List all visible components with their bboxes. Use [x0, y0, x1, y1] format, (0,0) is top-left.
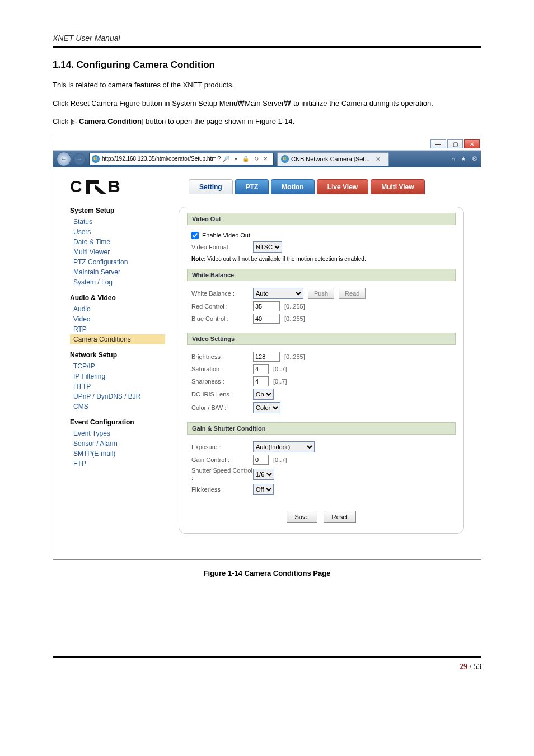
sep1: ₩: [237, 99, 245, 108]
sidebar-item-datetime[interactable]: Date & Time: [70, 237, 165, 247]
gain-control-input[interactable]: [253, 455, 269, 465]
tab-setting[interactable]: Setting: [189, 179, 233, 194]
sidebar-item-camera-conditions[interactable]: Camera Conditions: [70, 334, 165, 344]
red-control-input[interactable]: [253, 301, 280, 311]
red-control-label: Red Control :: [191, 303, 253, 310]
exposure-label: Exposure :: [191, 444, 253, 450]
sidebar-group-system: System Setup: [70, 207, 165, 214]
wb-push-button: Push: [308, 288, 334, 299]
back-button[interactable]: ←: [57, 152, 71, 166]
page-total: 53: [474, 662, 481, 671]
tab-live-view[interactable]: Live View: [317, 179, 368, 194]
browser-tab-active[interactable]: CNB Network Camera [Set... ✕: [277, 152, 389, 166]
save-button[interactable]: Save: [287, 511, 317, 523]
color-bw-select[interactable]: Color: [253, 402, 280, 413]
row-exposure: Exposure : Auto(Indoor): [191, 441, 451, 452]
sidebar-item-http[interactable]: HTTP: [70, 381, 165, 391]
sidebar-item-ftp[interactable]: FTP: [70, 459, 165, 469]
section-title: 1.14. Configuring Camera Condition: [53, 59, 481, 71]
sidebar-item-multiviewer[interactable]: Multi Viewer: [70, 247, 165, 257]
row-shutter-speed: Shutter Speed Control : 1/6: [191, 467, 451, 482]
brightness-input[interactable]: [253, 352, 280, 362]
window-maximize-button[interactable]: ▢: [447, 139, 463, 148]
address-controls[interactable]: 🔎 ▾ 🔒 ↻ ✕: [223, 156, 269, 162]
page-sep: /: [467, 662, 474, 671]
sidebar-item-maintain[interactable]: Maintain Server: [70, 267, 165, 277]
sidebar-group-network: Network Setup: [70, 351, 165, 359]
tab-favicon-icon: [281, 155, 289, 163]
sidebar-item-tcpip[interactable]: TCP/IP: [70, 361, 165, 371]
shutter-speed-select[interactable]: 1/6: [253, 469, 274, 480]
row-color-bw: Color / B/W : Color: [191, 402, 451, 413]
svg-text:C: C: [70, 178, 82, 195]
dciris-select[interactable]: On: [253, 389, 274, 400]
para-reset: Click Reset Camera Figure button in Syst…: [53, 96, 481, 112]
blue-control-input[interactable]: [253, 314, 280, 324]
saturation-range: [0..7]: [273, 366, 287, 372]
sidebar-item-rtp[interactable]: RTP: [70, 324, 165, 334]
sidebar-item-cms[interactable]: CMS: [70, 402, 165, 412]
tab-close-icon[interactable]: ✕: [376, 156, 381, 163]
sidebar-item-ipfilter[interactable]: IP Filtering: [70, 371, 165, 381]
saturation-input[interactable]: [253, 364, 269, 374]
sidebar-item-eventtypes[interactable]: Event Types: [70, 428, 165, 438]
row-blue-control: Blue Control : [0..255]: [191, 314, 451, 324]
ie-right-icons: ⌂ ★ ⚙: [451, 155, 477, 162]
sidebar-item-upnp[interactable]: UPnP / DynDNS / BJR: [70, 391, 165, 402]
address-bar[interactable]: http://192.168.123.35/html/operator/Setu…: [89, 153, 274, 165]
sidebar-group-event: Event Configuration: [70, 418, 165, 426]
sidebar-item-ptzconfig[interactable]: PTZ Configuration: [70, 257, 165, 267]
content-panel: Video Out Enable Video Out Video Format …: [179, 207, 464, 534]
tab-multi-view[interactable]: Multi View: [371, 179, 424, 194]
svg-text:B: B: [108, 178, 120, 195]
tab-ptz[interactable]: PTZ: [235, 179, 269, 194]
page-body: C B Setting PTZ Motion Live View Multi V…: [53, 167, 481, 559]
sidebar-item-sensor[interactable]: Sensor / Alarm: [70, 438, 165, 449]
favorites-icon[interactable]: ★: [461, 155, 466, 162]
browser-toolbar: ← → http://192.168.123.35/html/operator/…: [53, 151, 481, 167]
row-video-format: Video Format : NTSC: [191, 241, 451, 253]
wb-read-button: Read: [339, 288, 366, 299]
tools-icon[interactable]: ⚙: [472, 155, 477, 162]
row-saturation: Saturation : [0..7]: [191, 364, 451, 374]
sharpness-range: [0..7]: [273, 378, 287, 385]
enable-video-out-label: Enable Video Out: [202, 232, 250, 239]
home-icon[interactable]: ⌂: [451, 156, 455, 162]
flickerless-select[interactable]: Off: [253, 484, 274, 495]
para-intro: This is related to camera features of th…: [53, 77, 481, 94]
row-gain-control: Gain Control : [0..7]: [191, 455, 451, 465]
sep2: ₩: [284, 99, 291, 108]
tab-motion[interactable]: Motion: [271, 179, 314, 194]
sidebar-item-audio[interactable]: Audio: [70, 304, 165, 314]
sidebar-item-users[interactable]: Users: [70, 227, 165, 237]
brightness-range: [0..255]: [284, 353, 305, 360]
sidebar-item-video[interactable]: Video: [70, 314, 165, 324]
row-flickerless: Flickerless : Off: [191, 484, 451, 495]
video-format-select[interactable]: NTSC: [253, 241, 282, 253]
panel-video-out-body: Enable Video Out Video Format : NTSC Not…: [187, 225, 456, 269]
figure-caption: Figure 1-14 Camera Conditions Page: [53, 569, 481, 577]
row-dciris: DC-IRIS Lens : On: [191, 389, 451, 400]
sharpness-input[interactable]: [253, 376, 269, 386]
white-balance-select[interactable]: Auto: [253, 288, 303, 299]
exposure-select[interactable]: Auto(Indoor): [253, 441, 315, 452]
sidebar-item-smtp[interactable]: SMTP(E-mail): [70, 449, 165, 459]
footer-rule: [53, 656, 481, 658]
enable-video-out-checkbox[interactable]: [191, 232, 199, 239]
panel-gain-shutter-body: Exposure : Auto(Indoor) Gain Control : […: [187, 435, 456, 504]
window-close-button[interactable]: ✕: [464, 139, 480, 148]
forward-button[interactable]: →: [73, 153, 86, 165]
para-click: Click [▷ Camera Condition] button to ope…: [53, 114, 481, 130]
page-layout: System Setup Status Users Date & Time Mu…: [70, 207, 464, 534]
p3-a: Click [: [53, 117, 72, 125]
window-minimize-button[interactable]: —: [430, 139, 446, 148]
white-balance-label: White Balance :: [191, 290, 253, 297]
reset-button[interactable]: Reset: [324, 511, 357, 523]
sidebar-item-systemlog[interactable]: System / Log: [70, 277, 165, 287]
sidebar-item-status[interactable]: Status: [70, 217, 165, 227]
tab-title: CNB Network Camera [Set...: [291, 156, 370, 162]
page-number: 29 / 53: [53, 662, 481, 671]
row-brightness: Brightness : [0..255]: [191, 352, 451, 362]
p3-b: Camera Condition: [77, 117, 142, 125]
saturation-label: Saturation :: [191, 366, 253, 372]
